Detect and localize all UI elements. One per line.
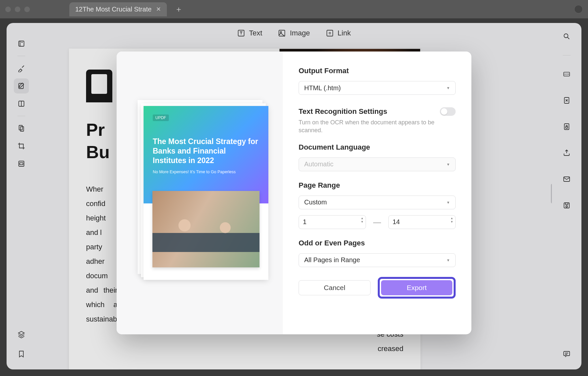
traffic-lights (5, 7, 30, 12)
output-format-label: Output Format (299, 67, 456, 75)
page-to-input[interactable]: 14 ▲▼ (388, 215, 456, 229)
chevron-down-icon: ▼ (446, 258, 450, 262)
page-to-value: 14 (393, 218, 400, 226)
export-button[interactable]: Export (381, 280, 452, 295)
export-button-highlight: Export (378, 277, 456, 299)
export-dialog: UPDF The Most Crucial Strategy for Banks… (117, 52, 471, 334)
ocr-label: Text Recognition Settings (299, 107, 387, 116)
doc-lang-label: Document Language (299, 143, 456, 152)
output-format-select[interactable]: HTML (.htm) ▼ (299, 81, 456, 95)
cover-logo: UPDF (153, 115, 169, 121)
page-range-mode-value: Custom (304, 198, 327, 206)
cover-image (152, 191, 260, 267)
page-from-value: 1 (303, 218, 306, 226)
maximize-window-icon[interactable] (24, 7, 30, 12)
cover-title: The Most Crucial Strategy for Banks and … (153, 137, 259, 165)
close-tab-icon[interactable]: ✕ (156, 6, 161, 13)
cancel-label: Cancel (324, 284, 345, 292)
page-range-label: Page Range (299, 181, 456, 190)
close-window-icon[interactable] (5, 7, 11, 12)
window-titlebar: 12The Most Crucial Strate ✕ ＋ (0, 0, 588, 18)
dialog-preview-pane: UPDF The Most Crucial Strategy for Banks… (117, 52, 283, 334)
odd-even-label: Odd or Even Pages (299, 239, 456, 247)
cover-subtitle: No More Expenses! It's Time to Go Paperl… (153, 170, 259, 174)
tab-title: 12The Most Crucial Strate (75, 6, 151, 13)
avatar[interactable] (574, 5, 583, 13)
page-range-select[interactable]: Custom ▼ (299, 196, 456, 209)
page-from-input[interactable]: 1 ▲▼ (299, 215, 366, 229)
stepper-icon[interactable]: ▲▼ (361, 217, 364, 223)
chevron-down-icon: ▼ (446, 86, 450, 90)
app-frame: Text Image Link Pr Bu Wher confid height… (7, 23, 581, 369)
minimize-window-icon[interactable] (15, 7, 20, 12)
new-tab-button[interactable]: ＋ (175, 4, 183, 14)
dialog-form: Output Format HTML (.htm) ▼ Text Recogni… (283, 52, 471, 334)
preview-cover-page: UPDF The Most Crucial Strategy for Banks… (144, 106, 268, 280)
range-dash: — (373, 218, 381, 227)
chevron-down-icon: ▼ (446, 200, 450, 204)
modal-backdrop: UPDF The Most Crucial Strategy for Banks… (7, 23, 581, 369)
doc-lang-select[interactable]: Automatic ▼ (299, 157, 456, 171)
chevron-down-icon: ▼ (446, 162, 450, 166)
odd-even-select[interactable]: All Pages in Range ▼ (299, 253, 456, 267)
ocr-toggle[interactable] (440, 107, 456, 116)
doc-lang-value: Automatic (304, 160, 333, 168)
ocr-help-text: Turn on the OCR when the document appear… (299, 118, 456, 135)
cancel-button[interactable]: Cancel (299, 280, 371, 295)
output-format-value: HTML (.htm) (304, 84, 341, 92)
odd-even-value: All Pages in Range (304, 256, 360, 264)
export-label: Export (407, 284, 427, 292)
document-tab[interactable]: 12The Most Crucial Strate ✕ (69, 2, 167, 16)
stepper-icon[interactable]: ▲▼ (450, 217, 453, 223)
